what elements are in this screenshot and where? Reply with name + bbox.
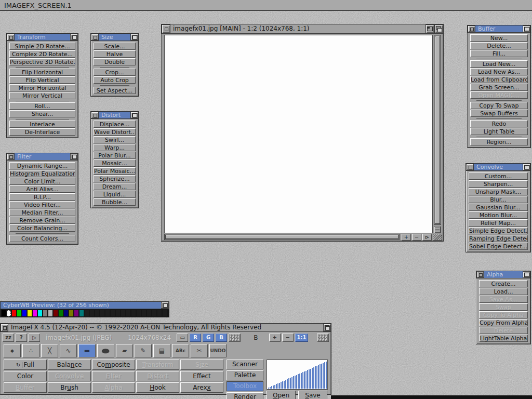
- color-swatch[interactable]: [90, 310, 94, 316]
- copy-to-swap-button[interactable]: Copy To Swap: [470, 102, 528, 109]
- freehand-tool[interactable]: ✎: [135, 344, 152, 357]
- depth-icon[interactable]: [523, 25, 530, 32]
- simple-edge-detect-button[interactable]: Simple Edge Detect...: [469, 227, 528, 234]
- lighttable-alpha-button[interactable]: LightTable Alpha: [479, 335, 528, 342]
- close-icon[interactable]: [476, 271, 484, 278]
- color-swatch[interactable]: [121, 310, 125, 316]
- color-swatch[interactable]: [59, 310, 63, 316]
- grab-screen-button[interactable]: Grab Screen...: [470, 84, 528, 91]
- color-swatch[interactable]: [64, 310, 68, 316]
- ramping-edge-detect-button[interactable]: Ramping Edge Detect: [469, 235, 528, 242]
- set-aspect-button[interactable]: Set Aspect...: [94, 87, 136, 94]
- depth-icon[interactable]: [130, 112, 138, 118]
- depth-icon[interactable]: [161, 302, 169, 309]
- load-new-button[interactable]: Load New...: [470, 60, 528, 68]
- color-swatch[interactable]: [85, 310, 89, 316]
- sobel-edge-detect-button[interactable]: Sobel Edge Detect...: [469, 243, 528, 250]
- composite-button[interactable]: Composite: [92, 360, 135, 370]
- buffer-titlebar[interactable]: Buffer: [468, 25, 530, 33]
- color-swatch[interactable]: [7, 310, 11, 316]
- color-swatch[interactable]: [54, 310, 58, 316]
- sharpen-button[interactable]: Sharpen...: [469, 180, 528, 188]
- color-swatch[interactable]: [12, 310, 16, 316]
- color-swatch[interactable]: [95, 310, 99, 316]
- anti-alias-button[interactable]: Anti Alias...: [9, 185, 75, 193]
- distort-titlebar[interactable]: Distort: [91, 112, 138, 119]
- preview-dither-icon[interactable]: [317, 334, 329, 342]
- create-button[interactable]: Create...: [479, 280, 528, 287]
- color-swatch[interactable]: [2, 310, 6, 316]
- light-table-button[interactable]: Light Table: [470, 128, 528, 135]
- balance-button[interactable]: Balance: [48, 360, 91, 370]
- polar-blur-button[interactable]: Polar Blur...: [94, 152, 136, 159]
- main-window-titlebar[interactable]: imagefx01.jpg [MAIN] - 1:2 (1024x768, 1:…: [162, 24, 443, 34]
- polygon-tool[interactable]: ▰: [116, 344, 133, 357]
- complex-2d-rotate-button[interactable]: Complex 2D Rotate...: [9, 50, 75, 58]
- dream-button[interactable]: Dream...: [94, 183, 136, 190]
- zoom-out-button[interactable]: −: [282, 334, 294, 342]
- zoom-gadget-icon[interactable]: [425, 24, 434, 33]
- scanner-button[interactable]: Scanner: [227, 360, 263, 369]
- unsharp-mask-button[interactable]: Unsharp Mask...: [469, 188, 528, 195]
- toolbar-titlebar[interactable]: ImageFX 4.5 (12-Apr-20) -- © 1992-2020 A…: [1, 324, 331, 332]
- simple-2d-rotate-button[interactable]: Simple 2D Rotate...: [9, 43, 75, 50]
- load-button[interactable]: Load...: [479, 288, 528, 295]
- load-new-as-button[interactable]: Load New As...: [470, 68, 528, 75]
- mirror-vertical-button[interactable]: Mirror Vertical: [9, 92, 75, 99]
- color-swatch[interactable]: [38, 310, 42, 316]
- warp-button[interactable]: Warp...: [94, 144, 136, 151]
- video-filter-button[interactable]: Video Filter...: [9, 201, 75, 208]
- palette-titlebar[interactable]: CyberWB Preview: (32 of 256 shown): [1, 302, 169, 309]
- close-icon[interactable]: [91, 34, 99, 41]
- zoom-out-button[interactable]: −: [412, 234, 421, 241]
- dynamic-range-button[interactable]: Dynamic Range...: [9, 162, 75, 169]
- close-icon[interactable]: [91, 112, 99, 118]
- color-swatch[interactable]: [147, 310, 151, 316]
- green-channel-toggle[interactable]: G: [203, 334, 214, 342]
- flip-horizontal-button[interactable]: Flip Horizontal: [9, 69, 75, 76]
- color-swatch[interactable]: [137, 310, 141, 316]
- blue-channel-toggle[interactable]: B: [216, 334, 227, 342]
- line-tool[interactable]: ╳: [41, 344, 58, 357]
- copy-from-alpha-button[interactable]: Copy From Alpha: [479, 319, 528, 326]
- color-swatch[interactable]: [79, 310, 84, 316]
- mosaic-button[interactable]: Mosaic...: [94, 159, 136, 167]
- filter-titlebar[interactable]: Filter: [7, 153, 78, 161]
- depth-icon[interactable]: [323, 324, 331, 331]
- box-tool[interactable]: ▬: [78, 344, 96, 357]
- toolbox-button[interactable]: Toolbox: [227, 381, 263, 391]
- screen-mode-icon[interactable]: ▭: [177, 334, 188, 342]
- undo-button[interactable]: UNDO: [209, 344, 227, 357]
- red-channel-toggle[interactable]: R: [190, 334, 201, 342]
- r-i-p-button[interactable]: R.I.P...: [9, 193, 75, 201]
- color-swatch[interactable]: [48, 310, 52, 316]
- depth-icon[interactable]: [130, 34, 138, 41]
- close-icon[interactable]: [1, 324, 8, 331]
- oval-tool[interactable]: ●: [97, 344, 114, 357]
- count-colors-button[interactable]: Count Colors...: [9, 235, 75, 242]
- full-button[interactable]: ↻Full: [4, 360, 47, 370]
- new-button[interactable]: New...: [470, 34, 528, 42]
- crop-tool[interactable]: ✂: [191, 344, 208, 357]
- horizontal-scrollbar-thumb[interactable]: [165, 235, 398, 239]
- close-icon[interactable]: [162, 24, 170, 33]
- execute-button[interactable]: ▷: [29, 334, 40, 342]
- auto-crop-button[interactable]: Auto Crop: [94, 76, 136, 84]
- load-from-clipboard-button[interactable]: Load from Clipboard: [470, 76, 528, 83]
- motion-blur-button[interactable]: Motion Blur...: [469, 211, 528, 219]
- roll-button[interactable]: Roll...: [9, 102, 75, 110]
- color-swatch[interactable]: [126, 310, 130, 316]
- color-swatch[interactable]: [131, 310, 136, 316]
- point-tool[interactable]: ◆: [4, 344, 21, 357]
- swap-buffers-button[interactable]: Swap Buffers: [470, 110, 528, 117]
- color-swatch[interactable]: [100, 310, 104, 316]
- dither-toggle-icon[interactable]: [229, 334, 241, 342]
- color-swatch[interactable]: [157, 310, 162, 316]
- palette-button[interactable]: Palette: [227, 370, 263, 380]
- depth-icon[interactable]: [70, 153, 78, 160]
- color-swatch[interactable]: [33, 310, 37, 316]
- delete-button[interactable]: Delete...: [470, 42, 528, 49]
- zoom-in-button[interactable]: +: [269, 334, 281, 342]
- bubble-button[interactable]: Bubble...: [94, 198, 136, 206]
- effect-button[interactable]: Effect: [180, 371, 223, 381]
